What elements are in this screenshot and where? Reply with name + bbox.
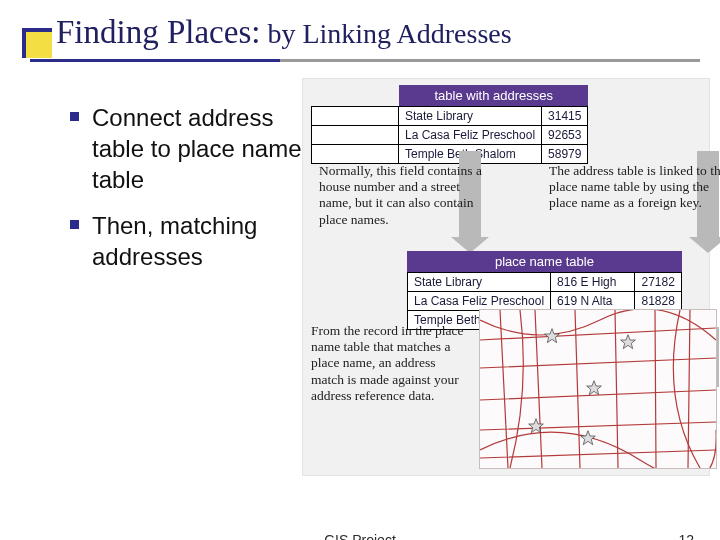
table-row: State Library31415 [312,107,588,126]
svg-marker-0 [545,329,560,343]
star-icon [544,328,560,344]
map-graphic [479,309,717,469]
note-text: Normally, this field contains a house nu… [319,163,489,228]
star-icon [528,418,544,434]
list-item: Connect address table to place name tabl… [70,102,302,196]
title-rule [30,59,700,62]
note-text: The address table is linked to the place… [549,163,720,212]
star-icon [580,430,596,446]
title-main: Finding Places: [56,14,260,50]
placename-table-caption: place name table [407,251,682,272]
table-row: State Library816 E High27182 [408,273,682,292]
svg-marker-4 [581,431,596,445]
title-area: Finding Places: by Linking Addresses [0,0,720,57]
address-table: State Library31415 La Casa Feliz Prescho… [311,106,588,164]
body: Connect address table to place name tabl… [0,62,720,476]
table-row: Temple Beth Shalom58979 [312,145,588,164]
svg-marker-1 [621,335,636,349]
table-row: La Casa Feliz Preschool619 N Alta81828 [408,292,682,311]
list-item: Then, matching addresses [70,210,302,272]
table-row: La Casa Feliz Preschool92653 [312,126,588,145]
footer-center: GIS Project [324,532,396,540]
diagram-panel: table with addresses State Library31415 … [302,78,710,476]
svg-marker-2 [587,381,602,395]
svg-marker-3 [529,419,544,433]
address-table-block: table with addresses State Library31415 … [311,85,588,164]
page-number: 12 [678,532,694,540]
slide: Finding Places: by Linking Addresses Con… [0,0,720,540]
bullet-list: Connect address table to place name tabl… [30,102,302,452]
address-table-caption: table with addresses [399,85,588,106]
note-text: From the record in the place name table … [311,323,471,404]
star-icon [620,334,636,350]
slide-title: Finding Places: by Linking Addresses [56,14,512,50]
star-icon [586,380,602,396]
title-ornament [22,28,52,58]
title-sub: by Linking Addresses [260,18,511,49]
